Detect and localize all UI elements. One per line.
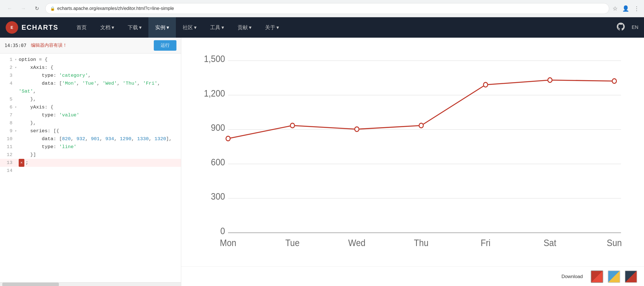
nav-item-community[interactable]: 社区 ▾: [176, 17, 203, 38]
svg-text:1,500: 1,500: [204, 54, 225, 64]
menu-icon[interactable]: ⋮: [634, 5, 639, 12]
editor-toolbar: 14:35:07 编辑器内容有误！ 运行: [0, 38, 181, 54]
chart-svg: 0 300 600 900 1,200 1,500 Mon Tue Wed Th…: [204, 49, 627, 249]
code-line: 14: [0, 167, 181, 175]
nav-right: EN: [617, 23, 638, 32]
code-line: 5 },: [0, 95, 181, 103]
nav-item-contribute[interactable]: 贡献 ▾: [231, 17, 258, 38]
error-marker: ✕: [19, 159, 24, 167]
editor-container: 14:35:07 编辑器内容有误！ 运行 1 ▾ option = { 2 ▾ …: [0, 38, 644, 286]
svg-text:E: E: [10, 25, 13, 30]
code-line: 11 type: 'line': [0, 143, 181, 151]
browser-toolbar: ← → ↻ 🔒 ☆ 👤 ⋮: [0, 0, 644, 17]
svg-point-23: [290, 123, 295, 128]
logo-area: E ECHARTS: [6, 21, 58, 34]
nav-item-home[interactable]: 首页: [70, 17, 93, 38]
code-line: 3 type: 'category',: [0, 72, 181, 80]
horizontal-scrollbar[interactable]: [0, 282, 181, 286]
svg-text:Mon: Mon: [220, 238, 236, 248]
forward-button[interactable]: →: [18, 3, 28, 14]
code-line-error: 13 ✕ ;: [0, 159, 181, 167]
code-line: 12 }]: [0, 151, 181, 159]
address-bar[interactable]: 🔒: [45, 3, 609, 14]
svg-text:1,200: 1,200: [204, 88, 225, 99]
editor-time: 14:35:07: [5, 43, 26, 48]
nav-item-examples[interactable]: 实例 ▾: [148, 17, 176, 38]
code-line: 2 ▾ xAxis: {: [0, 64, 181, 72]
svg-point-25: [419, 123, 423, 128]
nav-item-about[interactable]: 关于 ▾: [258, 17, 286, 38]
star-icon[interactable]: ☆: [613, 5, 618, 12]
url-input[interactable]: [57, 6, 604, 11]
svg-text:900: 900: [211, 122, 225, 133]
code-line: 10 data: [820, 932, 901, 934, 1290, 1330…: [0, 135, 181, 143]
theme-shine[interactable]: [608, 270, 620, 283]
back-button[interactable]: ←: [5, 3, 15, 14]
github-icon[interactable]: [617, 23, 625, 32]
chart-area: 0 300 600 900 1,200 1,500 Mon Tue Wed Th…: [181, 38, 644, 286]
code-line: 1 ▾ option = {: [0, 56, 181, 64]
svg-point-27: [548, 78, 552, 82]
run-button[interactable]: 运行: [154, 40, 176, 51]
svg-text:0: 0: [220, 225, 225, 236]
chart-footer: Download: [181, 266, 644, 286]
account-icon[interactable]: 👤: [622, 5, 629, 12]
download-button[interactable]: Download: [558, 272, 586, 282]
theme-dark[interactable]: [625, 270, 637, 283]
code-line: 4 data: ['Mon', 'Tue', 'Wed', 'Thu', 'Fr…: [0, 80, 181, 95]
app-nav: E ECHARTS 首页 文档 ▾ 下载 ▾ 实例 ▾ 社区 ▾ 工具 ▾ 贡献…: [0, 17, 644, 38]
svg-point-26: [483, 82, 488, 87]
svg-text:Sat: Sat: [543, 238, 556, 248]
browser-icons: ☆ 👤 ⋮: [613, 5, 639, 12]
svg-text:Sun: Sun: [607, 238, 622, 248]
code-editor: 14:35:07 编辑器内容有误！ 运行 1 ▾ option = { 2 ▾ …: [0, 38, 181, 286]
logo-text: ECHARTS: [22, 24, 58, 31]
nav-item-docs[interactable]: 文档 ▾: [93, 17, 121, 38]
editor-error: 编辑器内容有误！: [31, 42, 149, 48]
svg-text:600: 600: [211, 157, 225, 167]
lock-icon: 🔒: [50, 6, 55, 11]
svg-text:Fri: Fri: [481, 238, 491, 248]
svg-point-22: [226, 136, 230, 141]
svg-text:300: 300: [211, 191, 225, 202]
svg-point-24: [355, 127, 359, 132]
code-area[interactable]: 1 ▾ option = { 2 ▾ xAxis: { 3: [0, 54, 181, 282]
browser-chrome: ← → ↻ 🔒 ☆ 👤 ⋮: [0, 0, 644, 17]
code-line: 8 },: [0, 119, 181, 127]
logo-circle: E: [6, 21, 18, 34]
code-line: 7 type: 'value': [0, 111, 181, 119]
code-line: 6 ▾ yAxis: {: [0, 103, 181, 111]
chart-main: 0 300 600 900 1,200 1,500 Mon Tue Wed Th…: [181, 38, 644, 266]
svg-text:Wed: Wed: [348, 238, 366, 248]
svg-point-28: [612, 79, 617, 84]
nav-item-tools[interactable]: 工具 ▾: [203, 17, 231, 38]
reload-button[interactable]: ↻: [32, 3, 42, 14]
nav-item-download[interactable]: 下载 ▾: [121, 17, 148, 38]
theme-vintage[interactable]: [591, 270, 603, 283]
svg-text:Tue: Tue: [285, 238, 299, 248]
svg-text:Thu: Thu: [414, 238, 428, 248]
lang-switch[interactable]: EN: [632, 25, 638, 30]
code-line: 9 ▾ series: [{: [0, 127, 181, 135]
